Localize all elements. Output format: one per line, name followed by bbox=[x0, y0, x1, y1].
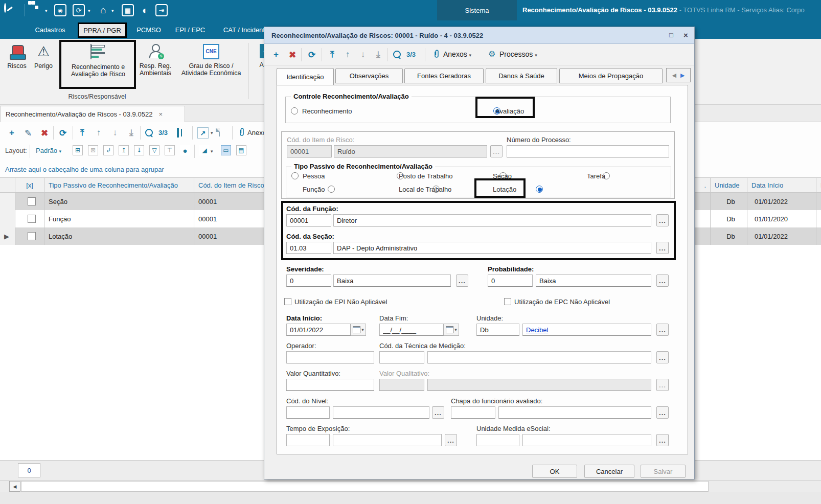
grid-header-tipo[interactable]: Tipo Passivo de Reconhecimento/Avaliação bbox=[44, 178, 194, 193]
chapa-lookup-button[interactable]: ... bbox=[656, 406, 669, 419]
row-check-cell[interactable] bbox=[15, 210, 44, 227]
operador-field[interactable] bbox=[286, 351, 374, 363]
home-icon[interactable]: ⌂ bbox=[97, 4, 109, 16]
layout-add-icon[interactable]: ⊞ bbox=[73, 145, 83, 155]
checkbox[interactable] bbox=[28, 197, 36, 205]
chapa-desc-field[interactable] bbox=[498, 406, 651, 419]
sphere-icon[interactable]: ● bbox=[180, 145, 190, 155]
scroll-thumb[interactable] bbox=[21, 481, 709, 492]
layout-export-icon[interactable]: ↥ bbox=[119, 145, 129, 155]
layout-import-icon[interactable]: ↧ bbox=[134, 145, 144, 155]
exit-icon[interactable]: ⇥ bbox=[155, 4, 168, 16]
processo-field[interactable] bbox=[507, 145, 669, 157]
attachment-icon[interactable] bbox=[433, 50, 440, 60]
sync-icon[interactable]: ⟳ bbox=[73, 4, 85, 16]
first-record-button[interactable]: ⤒ bbox=[77, 127, 88, 139]
item-risco-lookup-button[interactable]: ... bbox=[490, 145, 503, 157]
chapa-code-field[interactable] bbox=[451, 406, 495, 419]
processos-menu[interactable]: Processos ▾ bbox=[499, 50, 537, 58]
row-check-cell[interactable] bbox=[15, 227, 44, 245]
esocial-code-field[interactable] bbox=[476, 434, 519, 446]
funcao-desc-field[interactable] bbox=[333, 214, 651, 226]
refresh-button[interactable]: ⟳ bbox=[57, 127, 69, 139]
gear-icon[interactable]: ⚙ bbox=[488, 49, 495, 59]
menu-ppra-pgr[interactable]: PPRA / PGR bbox=[78, 22, 127, 38]
delete-button[interactable]: ✖ bbox=[287, 49, 298, 60]
data-fim-field[interactable] bbox=[379, 324, 444, 336]
tab-meios-propagacao[interactable]: Meios de Propagação bbox=[559, 68, 663, 83]
valor-quantitativo-field[interactable] bbox=[286, 379, 374, 391]
close-icon[interactable]: × bbox=[158, 110, 163, 118]
columns-icon[interactable] bbox=[177, 129, 179, 136]
radio-pessoa[interactable] bbox=[291, 172, 299, 179]
eye-icon[interactable]: ◉ bbox=[54, 4, 66, 16]
pin-icon[interactable]: ⊤ bbox=[165, 145, 175, 155]
view-split-toggle[interactable]: ▤ bbox=[236, 145, 246, 155]
row-check-cell[interactable] bbox=[15, 193, 44, 210]
grid-header-check[interactable]: [x] bbox=[15, 178, 44, 193]
decibel-link[interactable]: Decibel bbox=[526, 326, 548, 334]
tecnica-desc-field[interactable] bbox=[427, 351, 651, 363]
ribbon-resp-reg[interactable]: $ Resp. Reg. Ambientais bbox=[136, 44, 175, 77]
data-fim-calendar-button[interactable]: ▾ bbox=[444, 324, 459, 336]
chevron-down-icon[interactable]: ▾ bbox=[211, 130, 213, 135]
probabilidade-desc-field[interactable] bbox=[536, 274, 651, 287]
checkbox[interactable] bbox=[28, 232, 36, 240]
tempo-desc-field[interactable] bbox=[333, 434, 442, 446]
tab-identificacao[interactable]: Identificação bbox=[277, 68, 334, 85]
secao-code-field[interactable] bbox=[286, 242, 331, 254]
globe-icon[interactable]: ◐ bbox=[139, 4, 151, 16]
maximize-icon[interactable]: □ bbox=[669, 31, 673, 39]
ribbon-grau-risco[interactable]: CNE Grau de Risco / Atividade Econômica bbox=[177, 44, 245, 77]
prev-record-button[interactable]: ↑ bbox=[93, 127, 104, 139]
first-record-button[interactable]: ⤒ bbox=[327, 49, 338, 60]
funcao-lookup-button[interactable]: ... bbox=[656, 214, 669, 226]
tab-danos-saude[interactable]: Danos à Saúde bbox=[486, 68, 557, 83]
epc-checkbox[interactable] bbox=[504, 298, 511, 305]
last-record-button[interactable]: ⤓ bbox=[373, 49, 384, 60]
unidade-code-field[interactable] bbox=[476, 324, 519, 336]
tempo-lookup-button[interactable]: ... bbox=[445, 434, 457, 446]
valor-qualitativo-desc-field[interactable] bbox=[427, 379, 651, 391]
ribbon-riscos[interactable]: Riscos bbox=[5, 44, 29, 70]
grid-icon[interactable]: ▦ bbox=[122, 4, 134, 16]
horizontal-scrollbar[interactable]: ◀ bbox=[0, 480, 821, 492]
chevron-down-icon[interactable]: ▾ bbox=[88, 8, 90, 13]
nivel-code-field[interactable] bbox=[286, 406, 330, 419]
esocial-lookup-button[interactable]: ... bbox=[656, 434, 669, 446]
delete-button[interactable]: ✖ bbox=[39, 127, 50, 139]
scroll-left-button[interactable]: ◀ bbox=[9, 481, 20, 492]
tecnica-code-field[interactable] bbox=[379, 351, 424, 363]
add-button[interactable]: + bbox=[6, 127, 17, 139]
filter-icon[interactable]: ▽ bbox=[149, 145, 159, 155]
tempo-code-field[interactable] bbox=[286, 434, 330, 446]
next-record-button[interactable]: ↓ bbox=[109, 127, 121, 139]
layout-select[interactable]: Padrão ▾ bbox=[36, 147, 61, 154]
item-risco-desc-field[interactable] bbox=[334, 145, 487, 157]
valor-qualitativo-lookup-button[interactable]: ... bbox=[656, 379, 669, 391]
grid-header-unidade[interactable]: Unidade bbox=[711, 178, 747, 193]
cancel-button[interactable]: Cancelar bbox=[584, 465, 634, 478]
anexos-menu[interactable]: Anexos ▾ bbox=[443, 50, 471, 58]
search-icon[interactable] bbox=[393, 51, 401, 60]
data-inicio-field[interactable] bbox=[286, 324, 351, 336]
last-record-button[interactable]: ⤓ bbox=[126, 127, 137, 139]
radio-lotacao[interactable] bbox=[536, 186, 543, 193]
view-card-toggle[interactable]: ▭ bbox=[221, 145, 231, 155]
ribbon-perigo[interactable]: ⚠ Perigo bbox=[31, 44, 56, 70]
secao-desc-field[interactable] bbox=[333, 242, 651, 254]
tab-scroll-left-icon[interactable]: ◀ bbox=[672, 72, 676, 79]
add-button[interactable]: + bbox=[270, 49, 282, 60]
probabilidade-lookup-button[interactable]: ... bbox=[656, 274, 669, 287]
export-button[interactable]: ↗ bbox=[197, 127, 209, 139]
menu-epi-epc[interactable]: EPI / EPC bbox=[172, 20, 209, 39]
prev-record-button[interactable]: ↑ bbox=[342, 49, 353, 60]
valor-qualitativo-code-field[interactable] bbox=[379, 379, 424, 391]
item-risco-code-field[interactable] bbox=[287, 145, 332, 157]
attachment-icon[interactable] bbox=[238, 128, 245, 139]
menu-cadastros[interactable]: Cadastros bbox=[30, 20, 71, 39]
grid-header-clipped[interactable]: D bbox=[816, 178, 821, 193]
chevron-down-icon[interactable]: ▾ bbox=[211, 149, 213, 154]
search-icon[interactable] bbox=[145, 129, 153, 138]
radio-reconhecimento[interactable] bbox=[291, 107, 298, 114]
